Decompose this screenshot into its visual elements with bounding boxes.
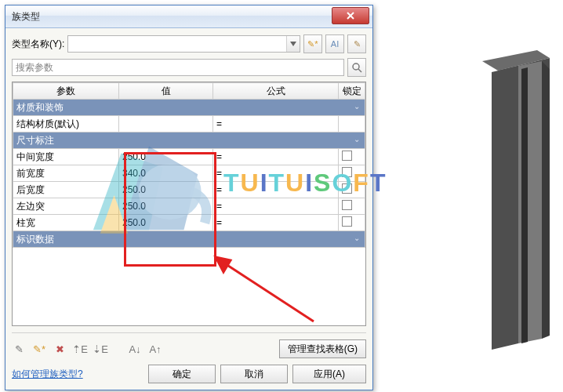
svg-marker-15	[521, 67, 528, 343]
formula-cell[interactable]: =	[213, 198, 339, 215]
table-row: 前宽度 340.0 =	[13, 165, 365, 182]
formula-cell[interactable]: =	[213, 116, 339, 132]
chevron-collapse-icon: ⌄	[354, 135, 360, 143]
group-identity[interactable]: 标识数据⌄	[13, 231, 365, 248]
value-cell[interactable]	[119, 116, 213, 132]
delete-type-button[interactable]: ✎	[347, 34, 366, 53]
svg-marker-16	[542, 61, 550, 339]
move-down-icon[interactable]: ⇣E	[93, 342, 107, 356]
help-link[interactable]: 如何管理族类型?	[12, 368, 83, 381]
type-name-combo[interactable]	[67, 35, 300, 53]
manage-lookup-button[interactable]: 管理查找表格(G)	[279, 339, 366, 358]
formula-cell[interactable]: =	[213, 182, 339, 198]
cancel-label: 取消	[245, 368, 263, 381]
header-formula[interactable]: 公式	[213, 83, 339, 100]
chevron-collapse-icon: ⌄	[354, 102, 360, 111]
svg-marker-14	[518, 61, 542, 343]
footer-row: 如何管理族类型? 确定 取消 应用(A)	[12, 365, 366, 383]
header-lock[interactable]: 锁定	[339, 83, 365, 100]
new-type-icon: ✎*	[307, 39, 318, 49]
table-row: 柱宽 250.0 =	[13, 215, 365, 231]
formula-cell[interactable]: =	[213, 165, 339, 182]
param-cell[interactable]: 前宽度	[13, 165, 119, 182]
lock-cell[interactable]	[339, 198, 365, 215]
sort-asc-icon[interactable]: A↓	[128, 342, 142, 356]
header-value[interactable]: 值	[119, 83, 213, 100]
ok-button[interactable]: 确定	[148, 365, 216, 383]
search-placeholder: 搜索参数	[16, 61, 53, 74]
lock-cell[interactable]	[339, 165, 365, 182]
group-label: 尺寸标注	[16, 135, 54, 146]
new-param-icon[interactable]: ✎*	[32, 342, 46, 356]
ok-label: 确定	[173, 368, 191, 381]
lock-checkbox[interactable]	[342, 183, 352, 194]
close-button[interactable]	[332, 7, 369, 24]
svg-marker-12	[498, 58, 550, 82]
value-cell[interactable]: 340.0	[119, 165, 213, 182]
delete-type-icon: ✎	[354, 39, 361, 49]
manage-lookup-label: 管理查找表格(G)	[288, 343, 358, 356]
param-cell[interactable]: 中间宽度	[13, 149, 119, 165]
formula-cell[interactable]: =	[213, 149, 339, 165]
type-name-row: 类型名称(Y): ✎* AI ✎	[12, 34, 366, 53]
lock-checkbox[interactable]	[342, 216, 352, 227]
new-type-button[interactable]: ✎*	[303, 34, 322, 53]
table-row: 中间宽度 250.0 =	[13, 149, 365, 165]
lock-cell[interactable]	[339, 182, 365, 198]
type-name-dropdown[interactable]	[286, 36, 300, 52]
delete-param-icon[interactable]: ✖	[53, 342, 67, 356]
svg-marker-11	[482, 50, 550, 71]
header-param[interactable]: 参数	[13, 83, 119, 100]
lock-cell[interactable]	[339, 215, 365, 231]
model-preview	[474, 45, 553, 351]
footer-buttons: 确定 取消 应用(A)	[148, 365, 366, 383]
dialog-title: 族类型	[12, 10, 40, 24]
rename-type-icon: AI	[331, 39, 339, 49]
group-label: 标识数据	[16, 234, 54, 245]
param-cell[interactable]: 结构材质(默认)	[13, 116, 119, 132]
lock-checkbox[interactable]	[342, 200, 352, 210]
cancel-button[interactable]: 取消	[220, 365, 288, 383]
svg-line-4	[358, 69, 361, 72]
param-cell[interactable]: 柱宽	[13, 215, 119, 231]
formula-cell[interactable]: =	[213, 215, 339, 231]
pencil-icon[interactable]: ✎	[12, 342, 26, 356]
dialog-content: 类型名称(Y): ✎* AI ✎ 搜索参数	[5, 28, 372, 390]
apply-button[interactable]: 应用(A)	[292, 365, 366, 383]
search-icon	[351, 62, 362, 73]
lock-checkbox[interactable]	[342, 167, 352, 177]
search-button[interactable]	[347, 58, 366, 77]
param-cell[interactable]: 后宽度	[13, 182, 119, 198]
lock-cell	[339, 116, 365, 132]
apply-label: 应用(A)	[314, 368, 345, 381]
value-cell[interactable]: 250.0	[119, 182, 213, 198]
lock-cell[interactable]	[339, 149, 365, 165]
svg-marker-13	[492, 66, 518, 350]
type-name-label: 类型名称(Y):	[12, 38, 64, 51]
value-cell[interactable]: 250.0	[119, 198, 213, 215]
search-row: 搜索参数	[12, 58, 366, 77]
chevron-down-icon	[290, 42, 296, 46]
value-cell[interactable]: 250.0	[119, 149, 213, 165]
param-cell[interactable]: 左边突	[13, 198, 119, 215]
sort-desc-icon[interactable]: A↑	[148, 342, 162, 356]
search-input[interactable]: 搜索参数	[12, 59, 344, 76]
divider	[12, 332, 366, 333]
tool-icons: ✎ ✎* ✖ ⇡E ⇣E A↓ A↑	[12, 342, 162, 356]
move-up-icon[interactable]: ⇡E	[73, 342, 87, 356]
lock-checkbox[interactable]	[342, 151, 352, 161]
group-dimensions[interactable]: 尺寸标注⌄	[13, 132, 365, 149]
rename-type-button[interactable]: AI	[325, 34, 344, 53]
parameter-table: 参数 值 公式 锁定 材质和装饰⌄ 结构材质(默认) =	[13, 82, 365, 248]
table-row: 后宽度 250.0 =	[13, 182, 365, 198]
group-material[interactable]: 材质和装饰⌄	[13, 100, 365, 116]
table-row: 左边突 250.0 =	[13, 198, 365, 215]
parameter-table-wrap[interactable]: 参数 值 公式 锁定 材质和装饰⌄ 结构材质(默认) =	[12, 82, 366, 326]
bottom-toolbar: ✎ ✎* ✖ ⇡E ⇣E A↓ A↑ 管理查找表格(G)	[12, 339, 366, 358]
chevron-collapse-icon: ⌄	[354, 234, 360, 242]
table-header-row: 参数 值 公式 锁定	[13, 83, 365, 100]
titlebar: 族类型	[5, 5, 372, 28]
group-label: 材质和装饰	[16, 102, 64, 113]
svg-marker-2	[290, 42, 296, 46]
value-cell[interactable]: 250.0	[119, 215, 213, 231]
